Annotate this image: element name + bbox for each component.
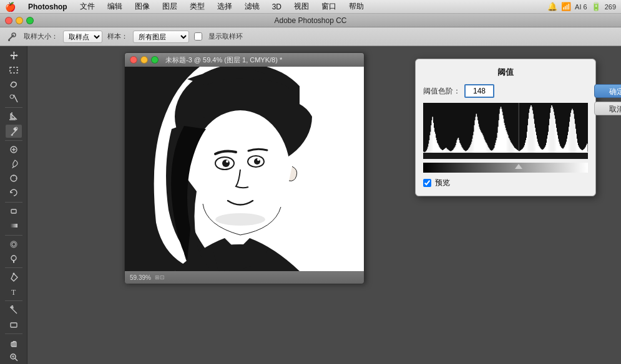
document-footer: 59.39% ⊞⊡: [125, 271, 364, 284]
doc-minimize-button[interactable]: [140, 56, 148, 64]
svg-point-30: [222, 160, 230, 167]
tool-zoom[interactable]: [6, 351, 22, 364]
menu-3d[interactable]: 3D: [270, 2, 284, 11]
svg-rect-13: [11, 209, 16, 213]
notification-icon: 🔔: [547, 2, 557, 11]
document-canvas[interactable]: [125, 67, 364, 271]
tool-pen[interactable]: [6, 271, 22, 284]
menu-image[interactable]: 图像: [132, 1, 152, 12]
toolbar-separator-5: [5, 267, 22, 268]
apple-logo-icon[interactable]: 🍎: [5, 2, 16, 12]
preview-row: 预览: [423, 178, 588, 188]
toolbar: T: [0, 46, 27, 364]
menu-photoshop[interactable]: Photoshop: [26, 2, 70, 11]
tool-lasso[interactable]: [6, 77, 22, 90]
eyedropper-tool-icon: [5, 30, 19, 44]
sample-label: 样本：: [107, 32, 128, 41]
toolbar-separator-6: [5, 300, 22, 301]
tool-blur[interactable]: [6, 237, 22, 251]
toolbar-separator-2: [5, 140, 22, 141]
show-ring-checkbox[interactable]: [194, 32, 202, 41]
sample-size-select[interactable]: 取样点: [63, 31, 102, 43]
svg-rect-14: [10, 224, 17, 228]
menu-help[interactable]: 帮助: [346, 1, 366, 12]
tool-dodge[interactable]: [6, 252, 22, 265]
toolbar-separator-4: [5, 235, 22, 236]
tool-hand[interactable]: [6, 337, 22, 350]
menu-right-area: 🔔 📶 AI 6 🔋 269: [547, 2, 616, 11]
tool-crop[interactable]: [6, 110, 22, 123]
battery-icon: 🔋: [591, 2, 601, 11]
show-ring-label: 显示取样环: [208, 32, 243, 41]
tool-spot-heal[interactable]: [6, 143, 22, 156]
tool-wand[interactable]: [6, 92, 22, 105]
svg-text:T: T: [11, 288, 16, 297]
svg-rect-3: [10, 67, 17, 73]
threshold-slider[interactable]: [423, 163, 588, 173]
svg-rect-21: [11, 323, 17, 327]
menu-edit[interactable]: 编辑: [105, 1, 125, 12]
threshold-level-input[interactable]: [464, 84, 494, 98]
svg-point-19: [12, 272, 14, 274]
svg-line-23: [15, 358, 17, 361]
document-window[interactable]: 未标题-3 @ 59.4% (图层 1, CMYK/8) *: [124, 52, 364, 283]
maximize-button[interactable]: [26, 17, 34, 24]
tool-brush[interactable]: [6, 158, 22, 171]
main-area: T 未标题-3 @ 59.4% (图层 1, CMYK/8) *: [0, 46, 621, 364]
svg-line-0: [9, 35, 14, 40]
tool-type[interactable]: T: [6, 285, 22, 298]
tool-eyedropper[interactable]: [6, 125, 22, 138]
sample-select[interactable]: 所有图层: [133, 31, 189, 43]
tool-gradient[interactable]: [6, 219, 22, 232]
threshold-level-label: 阈值色阶：: [423, 86, 461, 97]
tool-history-brush[interactable]: [6, 186, 22, 199]
canvas-area: 未标题-3 @ 59.4% (图层 1, CMYK/8) *: [27, 46, 621, 364]
svg-line-4: [14, 95, 17, 102]
cancel-button[interactable]: 取消: [594, 102, 621, 115]
threshold-dialog: 阈值 阈值色阶：: [415, 59, 596, 196]
tool-eraser[interactable]: [6, 205, 22, 218]
histogram-container: [423, 103, 588, 159]
doc-close-button[interactable]: [130, 56, 137, 64]
toolbar-separator-1: [5, 107, 22, 108]
document-zoom-level: 59.39%: [130, 274, 151, 281]
minimize-button[interactable]: [16, 17, 23, 24]
preview-checkbox[interactable]: [423, 179, 431, 187]
menu-view[interactable]: 视图: [291, 1, 311, 12]
menu-filter[interactable]: 滤镜: [242, 1, 262, 12]
svg-point-17: [11, 256, 16, 261]
tool-move[interactable]: [6, 49, 22, 62]
menu-type[interactable]: 类型: [187, 1, 207, 12]
dialog-buttons: 确定 取消: [594, 84, 621, 115]
svg-point-34: [257, 158, 260, 161]
doc-maximize-button[interactable]: [151, 56, 159, 64]
tool-clone[interactable]: [6, 172, 22, 185]
menu-window[interactable]: 窗口: [319, 1, 339, 12]
menu-bar: 🍎 Photoshop 文件 编辑 图像 图层 类型 选择 滤镜 3D 视图 窗…: [0, 0, 621, 14]
toolbar-separator-7: [5, 333, 22, 334]
app-title-bar: Adobe Photoshop CC: [0, 14, 621, 27]
tool-select-rect[interactable]: [6, 63, 22, 76]
svg-point-31: [226, 160, 228, 163]
document-title-text: 未标题-3 @ 59.4% (图层 1, CMYK/8) *: [165, 55, 282, 65]
document-info-icon: ⊞⊡: [155, 274, 165, 280]
confirm-button[interactable]: 确定: [594, 84, 621, 98]
menu-select[interactable]: 选择: [215, 1, 235, 12]
threshold-level-row: 阈值色阶：: [423, 84, 588, 98]
ai-badge: AI 6: [575, 3, 587, 11]
tool-shape[interactable]: [6, 318, 22, 331]
app-title-text: Adobe Photoshop CC: [274, 16, 346, 25]
threshold-dialog-title: 阈值: [423, 67, 588, 78]
time-display: 269: [605, 3, 616, 11]
window-controls: [5, 17, 34, 24]
menu-file[interactable]: 文件: [77, 1, 97, 12]
sample-size-label: 取样大小：: [24, 32, 58, 41]
close-button[interactable]: [5, 17, 12, 24]
slider-handle-icon[interactable]: [515, 164, 522, 169]
document-title-bar: 未标题-3 @ 59.4% (图层 1, CMYK/8) *: [125, 53, 364, 67]
tool-path-select[interactable]: [6, 304, 22, 317]
svg-point-16: [12, 242, 16, 246]
preview-label: 预览: [435, 178, 450, 188]
menu-layer[interactable]: 图层: [160, 1, 180, 12]
svg-rect-2: [8, 39, 10, 41]
